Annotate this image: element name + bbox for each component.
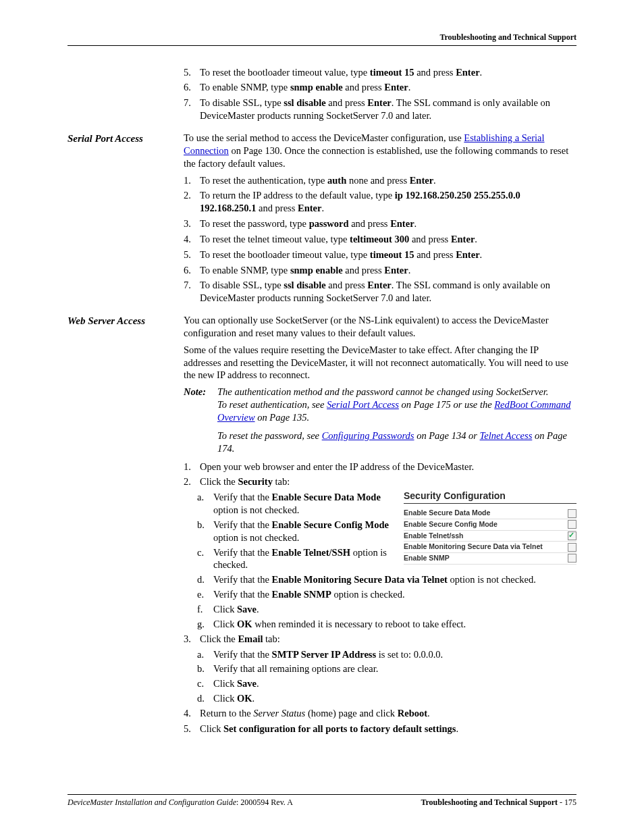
checkbox-snmp[interactable] (568, 554, 576, 563)
section-heading-serial: Serial Port Access (68, 132, 184, 146)
security-config-panel: Security Configuration Enable Secure Dat… (404, 490, 576, 564)
link-telnet-access[interactable]: Telnet Access (480, 430, 533, 441)
page-header: Troubleshooting and Technical Support (68, 32, 576, 46)
link-config-passwords[interactable]: Configuring Passwords (322, 430, 414, 441)
checkbox-secure-data[interactable] (568, 509, 576, 518)
link-serial-port-access[interactable]: Serial Port Access (327, 399, 399, 410)
header-title: Troubleshooting and Technical Support (439, 32, 576, 42)
list-item: 6. To enable SNMP, type snmp enable and … (184, 81, 576, 94)
list-item: 5. To reset the bootloader timeout value… (184, 66, 576, 79)
panel-title: Security Configuration (404, 490, 576, 504)
note-block: Note: The authentication method and the … (184, 386, 576, 454)
paragraph: To use the serial method to access the D… (184, 132, 576, 170)
checkbox-telnet-ssh[interactable] (568, 531, 576, 540)
checkbox-monitoring[interactable] (568, 543, 576, 552)
paragraph: Some of the values require resetting the… (184, 344, 576, 382)
section-heading-web: Web Server Access (68, 314, 184, 328)
checkbox-secure-config[interactable] (568, 520, 576, 529)
list-item: 7. To disable SSL, type ssl disable and … (184, 97, 576, 122)
page-footer: DeviceMaster Installation and Configurat… (68, 794, 576, 808)
document-page: Troubleshooting and Technical Support 5.… (0, 0, 644, 834)
paragraph: You can optionally use SocketServer (or … (184, 314, 576, 340)
